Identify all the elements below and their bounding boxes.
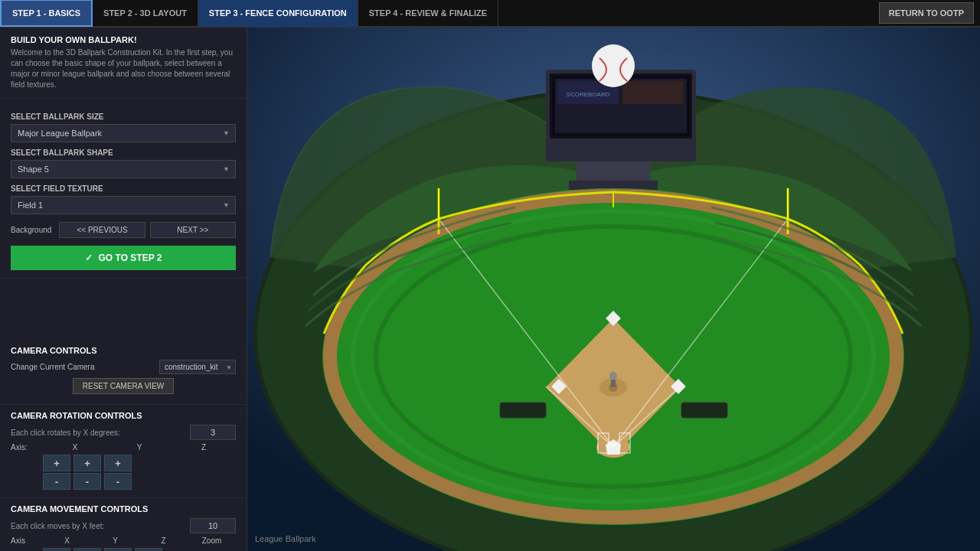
camera-select-wrapper: construction_kit behind_plate overview xyxy=(159,360,236,374)
previous-background-button[interactable]: << PREVIOUS xyxy=(59,222,145,238)
camera-rotation-title: CAMERA ROTATION CONTROLS xyxy=(11,411,236,420)
movement-z-plus-button[interactable]: + xyxy=(104,548,132,551)
rotation-y-header: Y xyxy=(107,443,172,452)
field-texture-select[interactable]: Field 1 Field 2 Field 3 xyxy=(11,196,236,214)
field-texture-wrapper: Field 1 Field 2 Field 3 xyxy=(11,196,236,214)
camera-movement-section: CAMERA MOVEMENT CONTROLS Each click move… xyxy=(0,498,247,551)
rotation-y-plus-button[interactable]: + xyxy=(74,455,101,471)
movement-z-header: Z xyxy=(139,536,188,545)
camera-rotation-section: CAMERA ROTATION CONTROLS Each click rota… xyxy=(0,405,247,498)
movement-y-header: Y xyxy=(91,536,139,545)
change-camera-row: Change Current Camera construction_kit b… xyxy=(11,360,236,374)
camera-controls-title: CAMERA CONTROLS xyxy=(11,346,236,355)
camera-select[interactable]: construction_kit behind_plate overview xyxy=(159,360,236,374)
rotation-z-minus-button[interactable]: - xyxy=(104,473,132,490)
camera-movement-title: CAMERA MOVEMENT CONTROLS xyxy=(11,504,236,514)
go-to-step2-label: GO TO STEP 2 xyxy=(99,253,162,263)
go-to-step2-button[interactable]: ✓ GO TO STEP 2 xyxy=(11,246,236,270)
ballpark-size-select[interactable]: Major League Ballpark Minor League Ballp… xyxy=(11,124,236,142)
stadium-viewport[interactable]: SCOREBOARD xyxy=(247,28,980,551)
ballpark-shape-wrapper: Shape 1 Shape 2 Shape 3 Shape 4 Shape 5 xyxy=(11,160,236,178)
background-label: Background xyxy=(11,226,51,234)
movement-y-plus-button[interactable]: + xyxy=(74,548,101,551)
reset-camera-button[interactable]: RESET CAMERA VIEW xyxy=(73,378,175,394)
nav-step-3[interactable]: STEP 3 - FENCE CONFIGURATION xyxy=(198,0,358,27)
svg-rect-34 xyxy=(500,403,546,418)
movement-zoom-plus-button[interactable]: + xyxy=(135,548,162,551)
nav-step-2[interactable]: STEP 2 - 3D LAYOUT xyxy=(93,0,198,27)
ballpark-size-label: SELECT BALLPARK SIZE xyxy=(11,112,236,121)
top-nav: STEP 1 - BASICS STEP 2 - 3D LAYOUT STEP … xyxy=(0,0,980,28)
rotation-x-plus-button[interactable]: + xyxy=(43,455,70,471)
movement-zoom-header: Zoom xyxy=(188,536,236,545)
next-background-button[interactable]: NEXT >> xyxy=(150,222,236,238)
build-section: BUILD YOUR OWN BALLPARK! Welcome to the … xyxy=(0,28,247,99)
rotation-degrees-label: Each click rotates by X degrees: xyxy=(11,429,190,437)
ballpark-shape-label: SELECT BALLPARK SHAPE xyxy=(11,148,236,157)
svg-text:SCOREBOARD: SCOREBOARD xyxy=(567,91,610,98)
rotation-z-plus-button[interactable]: + xyxy=(104,455,132,471)
stadium-rendering: SCOREBOARD xyxy=(247,28,980,551)
movement-x-plus-button[interactable]: + xyxy=(43,548,70,551)
nav-step-1[interactable]: STEP 1 - BASICS xyxy=(0,0,93,27)
svg-rect-35 xyxy=(681,403,727,418)
rotation-z-header: Z xyxy=(172,443,236,452)
movement-feet-input[interactable] xyxy=(190,518,236,533)
change-camera-label: Change Current Camera xyxy=(11,363,159,371)
rotation-x-minus-button[interactable]: - xyxy=(43,473,70,490)
movement-x-header: X xyxy=(43,536,91,545)
svg-rect-37 xyxy=(611,380,616,387)
svg-point-10 xyxy=(592,44,635,87)
axis-row-label: Axis: xyxy=(11,443,43,452)
checkmark-icon: ✓ xyxy=(85,253,93,263)
rotation-y-minus-button[interactable]: - xyxy=(74,473,101,490)
nav-step-4[interactable]: STEP 4 - REVIEW & FINALIZE xyxy=(358,0,498,27)
left-panel: BUILD YOUR OWN BALLPARK! Welcome to the … xyxy=(0,28,247,551)
spacer xyxy=(0,279,247,340)
svg-point-36 xyxy=(609,372,617,380)
rotation-degrees-row: Each click rotates by X degrees: xyxy=(11,425,236,440)
svg-rect-8 xyxy=(622,81,684,104)
build-title: BUILD YOUR OWN BALLPARK! xyxy=(11,35,236,44)
movement-axis-label: Axis xyxy=(11,536,43,545)
build-description: Welcome to the 3D Ballpark Construction … xyxy=(11,47,236,90)
rotation-x-header: X xyxy=(43,443,107,452)
rotation-degrees-input[interactable] xyxy=(190,425,236,440)
ballpark-shape-select[interactable]: Shape 1 Shape 2 Shape 3 Shape 4 Shape 5 xyxy=(11,160,236,178)
ballpark-size-wrapper: Major League Ballpark Minor League Ballp… xyxy=(11,124,236,142)
return-to-ootp-button[interactable]: RETURN TO OOTP xyxy=(879,2,974,24)
ballpark-name-label: League Ballpark xyxy=(255,534,316,543)
movement-feet-row: Each click moves by X feet: xyxy=(11,518,236,533)
movement-feet-label: Each click moves by X feet: xyxy=(11,522,190,530)
ballpark-size-section: SELECT BALLPARK SIZE Major League Ballpa… xyxy=(0,99,247,279)
background-row: Background << PREVIOUS NEXT >> xyxy=(11,222,236,238)
field-texture-label: SELECT FIELD TEXTURE xyxy=(11,184,236,193)
camera-controls-section: CAMERA CONTROLS Change Current Camera co… xyxy=(0,340,247,405)
